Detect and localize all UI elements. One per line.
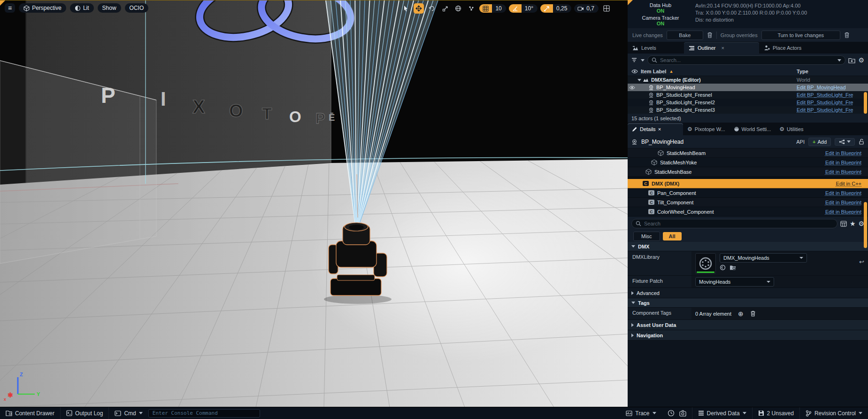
grid-snap-control[interactable]: 10 — [479, 4, 506, 13]
column-item-label[interactable]: Item Label — [641, 69, 666, 74]
edit-blueprint-link[interactable]: Edit BP_StudioLight_Fre — [797, 100, 865, 105]
edit-in-blueprint-link[interactable]: Edit in Blueprint — [825, 190, 861, 196]
unlock-icon[interactable] — [859, 139, 864, 145]
reset-to-default-icon[interactable]: ↩ — [859, 259, 864, 265]
section-tags[interactable]: Tags — [628, 298, 868, 308]
filter-icon[interactable] — [631, 57, 638, 63]
tree-row-label[interactable]: DMXSample (Editor) — [651, 77, 701, 83]
perspective-button[interactable]: Perspective — [19, 3, 66, 13]
edit-in-blueprint-link[interactable]: Edit in Blueprint — [825, 150, 861, 156]
tab-utilities[interactable]: ⚙ Utilities — [775, 123, 807, 135]
tree-row-dmxsample[interactable]: DMXSample (Editor) World — [628, 76, 868, 84]
favorites-star-icon[interactable]: ★ — [850, 220, 856, 227]
lit-button[interactable]: Lit — [70, 3, 94, 13]
edit-blueprint-link[interactable]: Edit BP_StudioLight_Fre — [797, 107, 865, 113]
details-search-box[interactable] — [631, 219, 837, 228]
tab-pixotope-world[interactable]: ⚙ Pixotope W... — [683, 123, 730, 135]
select-tool-button[interactable] — [400, 3, 411, 14]
component-name[interactable]: Pan_Component — [657, 190, 696, 196]
edit-in-cpp-link[interactable]: Edit in C++ — [836, 181, 861, 186]
outliner-column-header[interactable]: Item Label ▲ Type — [628, 67, 868, 76]
component-pan[interactable]: C Pan_Component Edit in Blueprint — [628, 188, 868, 198]
details-search-input[interactable] — [644, 221, 833, 226]
search-options-chevron-icon[interactable] — [837, 59, 841, 62]
outliner-search-box[interactable] — [647, 55, 845, 65]
component-name[interactable]: DMX (DMX) — [652, 181, 679, 186]
unsaved-button[interactable]: 2 Unsaved — [753, 407, 800, 419]
filter-chevron-icon[interactable] — [641, 59, 645, 62]
filter-all-button[interactable]: All — [663, 232, 682, 241]
filter-misc-button[interactable]: Misc — [633, 232, 660, 241]
close-tab-icon[interactable]: × — [658, 126, 661, 132]
tree-row-fresnel3[interactable]: BP_StudioLight_Fresnel3 Edit BP_StudioLi… — [628, 106, 868, 114]
rotation-snap-control[interactable]: 10° — [509, 4, 538, 13]
component-tilt[interactable]: C Tilt_Component Edit in Blueprint — [628, 198, 868, 207]
dmx-library-thumbnail[interactable] — [695, 253, 716, 274]
camera-speed-control[interactable]: 0,7 — [574, 4, 599, 13]
details-scrollbar[interactable] — [864, 202, 867, 248]
tree-row-label[interactable]: BP_MovingHead — [656, 85, 695, 90]
tab-details[interactable]: Details × — [628, 123, 683, 135]
dmx-library-dropdown[interactable]: DMX_MovingHeads — [720, 253, 807, 263]
api-label[interactable]: API — [796, 139, 805, 145]
output-log-button[interactable]: Output Log — [61, 407, 109, 419]
add-array-element-icon[interactable]: ⊕ — [738, 310, 744, 317]
edit-in-blueprint-link[interactable]: Edit in Blueprint — [825, 169, 861, 175]
use-selected-asset-icon[interactable] — [720, 264, 726, 271]
tree-row-fresnel1[interactable]: BP_StudioLight_Fresnel Edit BP_StudioLig… — [628, 91, 868, 99]
console-command-input[interactable] — [148, 409, 260, 418]
clear-array-trash-icon[interactable] — [750, 310, 756, 317]
scale-snap-control[interactable]: 0,25 — [540, 4, 571, 13]
component-staticmeshyoke[interactable]: StaticMeshYoke Edit in Blueprint — [628, 158, 868, 167]
visibility-eye-icon[interactable] — [629, 85, 635, 90]
outliner-search-input[interactable] — [660, 57, 835, 63]
section-asset-user-data[interactable]: Asset User Data — [628, 320, 868, 330]
tree-row-label[interactable]: BP_StudioLight_Fresnel2 — [656, 100, 715, 105]
sort-ascending-icon[interactable]: ▲ — [669, 69, 673, 74]
outliner-settings-gear-icon[interactable]: ⚙ — [858, 57, 864, 63]
turn-to-live-changes-button[interactable]: Turn to live changes — [761, 31, 840, 40]
edit-in-blueprint-link[interactable]: Edit in Blueprint — [825, 200, 861, 205]
ocio-button[interactable]: OCIO — [125, 3, 149, 13]
scale-tool-button[interactable] — [440, 3, 450, 14]
new-folder-icon[interactable] — [848, 57, 855, 63]
component-name[interactable]: ColorWheel_Component — [657, 209, 714, 215]
world-space-button[interactable] — [453, 3, 463, 14]
display-options-icon[interactable] — [840, 221, 847, 227]
browse-to-asset-icon[interactable] — [730, 264, 736, 271]
tree-row-fresnel2[interactable]: BP_StudioLight_Fresnel2 Edit BP_StudioLi… — [628, 99, 868, 106]
tab-world-settings[interactable]: World Setti... — [730, 123, 776, 135]
bake-button[interactable]: Bake — [667, 31, 703, 40]
component-colorwheel[interactable]: C ColorWheel_Component Edit in Blueprint — [628, 207, 868, 217]
trace-button[interactable]: Trace — [620, 407, 661, 419]
close-tab-icon[interactable]: × — [722, 45, 724, 51]
fixture-patch-dropdown[interactable]: MovingHeads — [695, 277, 774, 287]
section-dmx[interactable]: DMX — [628, 242, 868, 251]
rotate-tool-button[interactable] — [427, 3, 437, 14]
tab-levels[interactable]: Levels — [628, 42, 684, 54]
outliner-scrollbar[interactable] — [864, 92, 867, 114]
screenshot-icon[interactable] — [679, 410, 686, 417]
tab-outliner[interactable]: Outliner × — [684, 42, 759, 54]
tab-place-actors[interactable]: Place Actors — [759, 42, 806, 54]
component-name[interactable]: Tilt_Component — [657, 200, 693, 205]
tree-row-bp-movinghead[interactable]: BP_MovingHead Edit BP_MovingHead — [628, 84, 868, 91]
content-drawer-button[interactable]: Content Drawer — [0, 407, 61, 419]
tree-row-label[interactable]: BP_StudioLight_Fresnel3 — [656, 107, 715, 113]
component-name[interactable]: StaticMeshBeam — [667, 150, 706, 156]
tree-row-label[interactable]: BP_StudioLight_Fresnel — [656, 92, 712, 98]
derived-data-button[interactable]: Derived Data — [692, 407, 753, 419]
revision-control-button[interactable]: Revision Control — [800, 407, 868, 419]
add-component-button[interactable]: + Add — [808, 138, 831, 146]
section-navigation[interactable]: Navigation — [628, 330, 868, 341]
component-staticmeshbase[interactable]: StaticMeshBase Edit in Blueprint — [628, 167, 868, 177]
trash-icon[interactable] — [844, 32, 850, 38]
cmd-selector[interactable]: Cmd — [109, 407, 148, 419]
expand-caret-icon[interactable] — [638, 79, 641, 81]
quad-view-button[interactable] — [601, 3, 612, 14]
component-name[interactable]: StaticMeshBase — [654, 169, 691, 175]
scene-canvas[interactable]: P I X O T O P Ē — [0, 0, 628, 407]
section-advanced[interactable]: Advanced — [628, 288, 868, 298]
edit-in-blueprint-link[interactable]: Edit in Blueprint — [825, 209, 861, 215]
blueprint-hierarchy-button[interactable] — [835, 138, 855, 146]
